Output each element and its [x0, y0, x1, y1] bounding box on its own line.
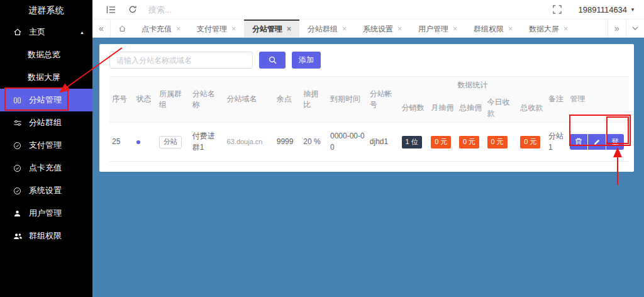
sidebar-item-label: 分站管理	[29, 94, 62, 106]
col-header-index: 序号	[109, 77, 134, 123]
close-icon[interactable]: ×	[564, 25, 568, 33]
search-button[interactable]	[259, 52, 286, 69]
sidebar-item-user-management[interactable]: 用户管理	[0, 202, 92, 225]
tab-label: 分站群组	[308, 24, 338, 35]
check-circle-icon	[13, 187, 23, 195]
tab-user-management[interactable]: 用户管理 ×	[410, 20, 465, 37]
tab-label: 分站管理	[252, 24, 282, 35]
toolbar: 添加	[109, 52, 629, 69]
close-icon[interactable]: ×	[508, 25, 513, 33]
close-icon[interactable]: ×	[287, 25, 291, 33]
sidebar-item-home[interactable]: 主页 ▲	[0, 21, 92, 43]
tab-label: 支付管理	[197, 24, 227, 35]
cell-index: 25	[109, 123, 134, 162]
pencil-icon	[594, 138, 601, 145]
users-icon	[13, 232, 23, 240]
tabs-scroll-right-icon[interactable]: »	[608, 20, 626, 37]
close-icon[interactable]: ×	[231, 25, 236, 33]
user-menu[interactable]: 19891114634 ▼	[578, 5, 635, 14]
cell-points: 9999	[274, 123, 301, 162]
login-button[interactable]: 登	[606, 134, 624, 150]
col-header-remark: 备注	[546, 77, 567, 123]
sidebar-item-card-recharge[interactable]: 点卡充值	[0, 157, 92, 179]
tab-site-groups[interactable]: 分站群组 ×	[299, 20, 355, 37]
tab-system-settings[interactable]: 系统设置 ×	[355, 20, 410, 37]
table-row: 25 分站 付费进群1 63.douja.cn 9999 20 % 0000-0…	[109, 123, 629, 162]
sidebar-item-label: 支付管理	[29, 140, 62, 151]
group-badge: 分站	[159, 136, 182, 148]
cell-manage: 登	[567, 123, 629, 162]
sidebar-item-label: 数据大屏	[28, 72, 60, 83]
collapse-sidebar-icon[interactable]	[106, 6, 116, 14]
col-header-today-income: 今日收款	[485, 94, 518, 122]
site-search-input[interactable]	[109, 52, 253, 69]
app-window: 进群系统 主页 ▲ 数据总览 数据大屏 分站管理	[0, 0, 644, 297]
cell-account: djhd1	[367, 123, 399, 162]
trash-icon	[575, 138, 582, 146]
sidebar-item-label: 数据总览	[28, 49, 60, 60]
tab-data-screen[interactable]: 数据大屏 ×	[521, 20, 576, 37]
tab-label: 数据大屏	[529, 24, 559, 35]
tabs-menu-icon[interactable]	[626, 20, 644, 37]
sidebar-item-system-settings[interactable]: 系统设置	[0, 179, 92, 202]
sidebar-item-group-permissions[interactable]: 群组权限	[0, 225, 92, 247]
tab-payment[interactable]: 支付管理 ×	[189, 20, 244, 37]
edit-button[interactable]	[588, 134, 606, 150]
sidebar-item-site-management[interactable]: 分站管理	[0, 89, 92, 111]
sidebar-menu: 主页 ▲ 数据总览 数据大屏 分站管理 分站群组	[0, 21, 92, 247]
close-icon[interactable]: ×	[176, 25, 180, 33]
tabs-scroll-left-icon[interactable]: «	[92, 20, 111, 37]
sites-table: 序号 状态 所属群组 分站名称 分站域名 余点 抽拥比 到期时间 分站帐号 数据…	[109, 76, 629, 162]
close-icon[interactable]: ×	[453, 25, 457, 33]
col-header-manage: 管理	[567, 77, 629, 123]
caret-down-icon: ▼	[630, 7, 635, 13]
sidebar-item-label: 系统设置	[29, 185, 62, 196]
tab-group-permissions[interactable]: 群组权限 ×	[465, 20, 521, 37]
close-icon[interactable]: ×	[397, 25, 402, 33]
total-income-badge: 0 元	[520, 136, 540, 148]
cell-group: 分站	[157, 123, 190, 162]
close-icon[interactable]: ×	[342, 25, 347, 33]
refresh-icon[interactable]	[128, 5, 137, 14]
global-search-input[interactable]	[148, 5, 230, 14]
month-commission-badge: 0 元	[431, 136, 451, 148]
col-header-account: 分站帐号	[367, 77, 399, 123]
sidebar-item-payment[interactable]: 支付管理	[0, 134, 92, 157]
status-dot	[136, 140, 140, 144]
col-header-total-income: 总收款	[518, 94, 546, 122]
search-icon	[269, 56, 277, 64]
tab-card-recharge[interactable]: 点卡充值 ×	[133, 20, 189, 37]
tab-site-management[interactable]: 分站管理 ×	[244, 20, 299, 37]
col-header-stats-group: 数据统计	[399, 77, 546, 94]
username: 19891114634	[578, 5, 627, 14]
col-header-points: 余点	[274, 77, 301, 123]
tabbar-right: »	[608, 20, 644, 37]
fullscreen-icon[interactable]	[553, 5, 562, 14]
tabbar: « 点卡充值 × 支付管理 × 分站管理 × 分站群组 × 系统设置	[92, 20, 644, 38]
main-area: 19891114634 ▼ « 点卡充值 × 支付管理 × 分站管理 ×	[92, 0, 644, 297]
cell-site-name: 付费进群1	[190, 123, 225, 162]
sidebar-item-data-screen[interactable]: 数据大屏	[0, 66, 92, 89]
manage-button-group: 登	[570, 134, 626, 150]
col-header-expire: 到期时间	[328, 77, 367, 123]
tab-home[interactable]	[111, 20, 133, 37]
tab-label: 系统设置	[363, 24, 393, 35]
panel-columns-icon	[13, 96, 23, 104]
tab-label: 点卡充值	[142, 24, 172, 35]
tab-label: 用户管理	[418, 24, 448, 35]
check-circle-icon	[13, 164, 23, 172]
cell-month-commission: 0 元	[428, 123, 457, 162]
sidebar-item-data-overview[interactable]: 数据总览	[0, 43, 92, 66]
cell-commission-rate: 20 %	[301, 123, 328, 162]
delete-button[interactable]	[570, 134, 587, 150]
domain-text: 63.douja.cn	[227, 138, 263, 145]
sidebar-item-site-groups[interactable]: 分站群组	[0, 111, 92, 134]
add-button[interactable]: 添加	[292, 52, 321, 69]
col-header-distributors: 分销数	[399, 94, 429, 122]
user-icon	[13, 210, 23, 218]
distributors-badge: 1 位	[402, 136, 422, 148]
topbar-right: 19891114634 ▼	[547, 5, 635, 14]
home-icon	[118, 25, 126, 33]
site-management-panel: 添加 序号 状态 所属群组	[99, 44, 634, 172]
cell-domain: 63.douja.cn	[225, 123, 274, 162]
